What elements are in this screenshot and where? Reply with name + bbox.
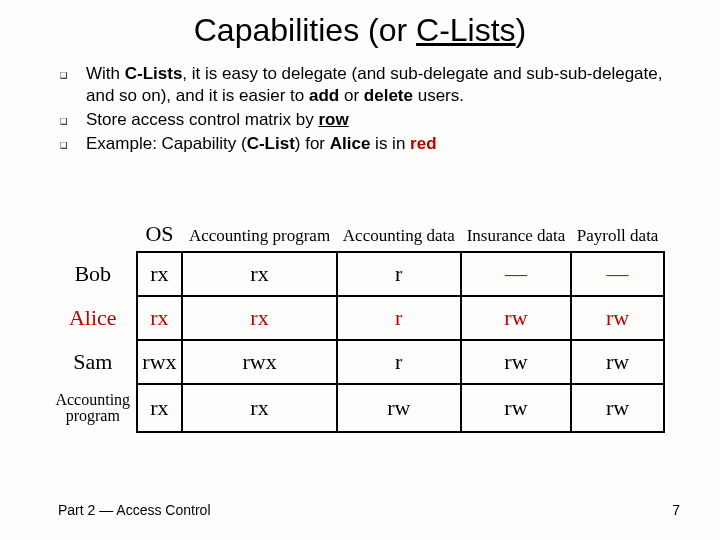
page-number: 7 (672, 502, 680, 518)
table-row: Bobrxrxr—— (50, 252, 664, 296)
bullet-marker-icon: ❑ (60, 63, 86, 107)
table-cell: r (337, 296, 461, 340)
table-cell: rx (182, 384, 336, 432)
bullet-text: With C-Lists, it is easy to delegate (an… (86, 63, 680, 107)
access-matrix-table: OS Accounting program Accounting data In… (50, 218, 665, 433)
table-cell: rw (571, 296, 664, 340)
bullet-list: ❑ With C-Lists, it is easy to delegate (… (60, 63, 680, 155)
bullet-marker-icon: ❑ (60, 109, 86, 131)
row-label: Accountingprogram (50, 384, 137, 432)
table-cell: rx (137, 384, 183, 432)
column-header: OS (137, 218, 183, 252)
table-cell: rw (337, 384, 461, 432)
table-cell: rw (461, 296, 571, 340)
table-cell: rx (137, 252, 183, 296)
table-row: Alicerxrxrrwrw (50, 296, 664, 340)
column-header: Accounting data (337, 218, 461, 252)
bullet-text: Store access control matrix by row (86, 109, 680, 131)
table-cell: rwx (182, 340, 336, 384)
bullet-item: ❑ Example: Capability (C-List) for Alice… (60, 133, 680, 155)
column-header: Insurance data (461, 218, 571, 252)
table-cell: — (461, 252, 571, 296)
footer-left: Part 2 — Access Control (58, 502, 211, 518)
column-header: Payroll data (571, 218, 664, 252)
column-header: Accounting program (182, 218, 336, 252)
table-cell: r (337, 252, 461, 296)
table-cell: rw (461, 340, 571, 384)
bullet-item: ❑ With C-Lists, it is easy to delegate (… (60, 63, 680, 107)
table-cell: rw (461, 384, 571, 432)
row-label: Alice (50, 296, 137, 340)
table-cell: rx (182, 296, 336, 340)
row-label: Bob (50, 252, 137, 296)
table-cell: rx (182, 252, 336, 296)
table-row: Samrwxrwxrrwrw (50, 340, 664, 384)
bullet-text: Example: Capability (C-List) for Alice i… (86, 133, 680, 155)
row-label: Sam (50, 340, 137, 384)
bullet-item: ❑ Store access control matrix by row (60, 109, 680, 131)
table-cell: rwx (137, 340, 183, 384)
table-cell: rw (571, 384, 664, 432)
table-cell: rw (571, 340, 664, 384)
table-cell: r (337, 340, 461, 384)
table-cell: rx (137, 296, 183, 340)
bullet-marker-icon: ❑ (60, 133, 86, 155)
table-cell: — (571, 252, 664, 296)
slide-title: Capabilities (or C-Lists) (0, 12, 720, 49)
corner-cell (50, 218, 137, 252)
table-row: Accountingprogramrxrxrwrwrw (50, 384, 664, 432)
